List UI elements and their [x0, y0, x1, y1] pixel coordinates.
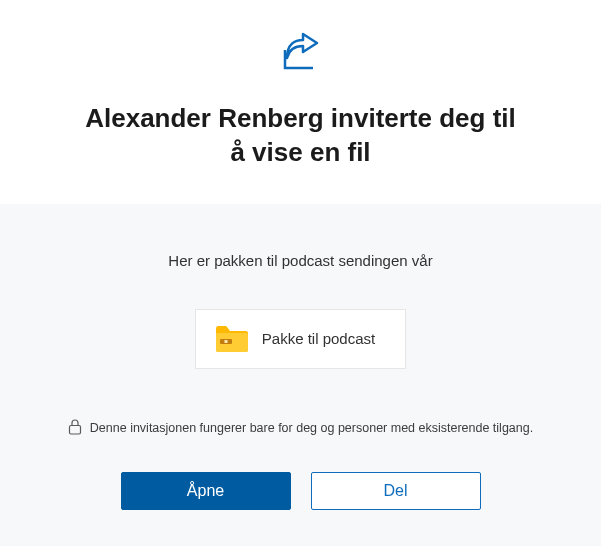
permission-note: Denne invitasjonen fungerer bare for deg… — [68, 419, 533, 438]
header-section: Alexander Renberg inviterte deg til å vi… — [0, 0, 601, 204]
file-card[interactable]: Pakke til podcast — [195, 309, 406, 369]
share-icon — [277, 30, 325, 78]
sender-message: Her er pakken til podcast sendingen vår — [168, 252, 432, 269]
invitation-title: Alexander Renberg inviterte deg til å vi… — [81, 102, 521, 170]
open-button[interactable]: Åpne — [121, 472, 291, 510]
content-section: Her er pakken til podcast sendingen vår … — [0, 204, 601, 546]
file-name: Pakke til podcast — [262, 330, 375, 347]
lock-icon — [68, 419, 82, 438]
share-button[interactable]: Del — [311, 472, 481, 510]
zip-folder-icon — [216, 326, 248, 352]
svg-rect-2 — [69, 425, 80, 434]
button-row: Åpne Del — [121, 472, 481, 510]
svg-rect-1 — [224, 340, 227, 343]
permission-text: Denne invitasjonen fungerer bare for deg… — [90, 421, 533, 435]
